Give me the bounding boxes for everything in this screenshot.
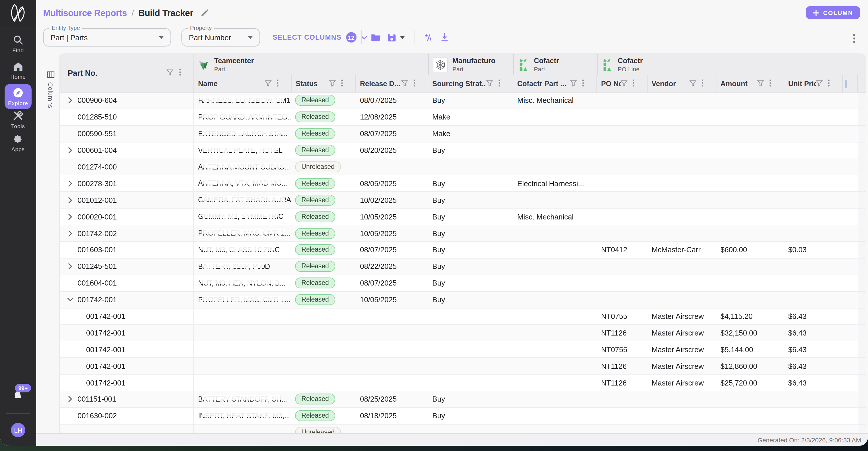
kebab-icon[interactable] (341, 78, 343, 89)
sourcing-strategy-cell: Buy (428, 192, 513, 208)
release-date-cell (356, 325, 428, 341)
expand-chevron[interactable] (68, 197, 78, 203)
table-row[interactable]: 001742-002 PROPELLER, MAS, CMR 1... Rele… (60, 225, 866, 242)
filter-icon[interactable] (620, 78, 627, 89)
redaction-overlay (202, 229, 284, 234)
column-header[interactable]: Unit Price (784, 75, 843, 92)
table-row[interactable]: 001274-000 ANTENNA MOUNT SUBAS... Unrele… (60, 159, 866, 175)
property-select[interactable]: Property Part Number (181, 28, 260, 47)
breadcrumb-parent-link[interactable]: Multisource Reports (43, 8, 127, 18)
table-row[interactable]: 001604-001 NUT, M3, HEX, NYLON, B... Rel… (60, 275, 866, 292)
expand-chevron[interactable] (68, 97, 78, 104)
table-row[interactable]: 001285-510 PROP GUARD, ARM INTEG... Rele… (60, 109, 866, 126)
status-cell (291, 325, 356, 341)
kebab-icon[interactable] (828, 78, 830, 89)
group-header-cofactr-part: Cofactr Part (513, 54, 597, 75)
release-date-cell (356, 342, 428, 358)
filter-icon[interactable] (401, 78, 408, 89)
amount-cell (716, 391, 784, 407)
kebab-icon[interactable] (582, 78, 584, 89)
filter-icon[interactable] (265, 78, 271, 89)
expand-chevron[interactable] (68, 214, 78, 220)
column-header[interactable]: Vendor (648, 75, 716, 92)
sidebar-item-home[interactable]: Home (0, 61, 36, 80)
table-row[interactable]: 000900-604 HARNESS, LONGBOW, SM1 Release… (60, 92, 866, 109)
column-header[interactable]: PO No. (597, 75, 648, 92)
column-header-row: Name Status Release D... Sourcing Strat.… (194, 75, 866, 92)
expand-chevron[interactable] (68, 396, 78, 402)
table-row[interactable]: 001245-501 BATTERY, 6S6P, P50D Released … (60, 258, 866, 275)
kebab-icon[interactable] (769, 78, 771, 89)
table-row[interactable]: 001742-001 NT0755 Master Airscrew $5,144… (60, 342, 866, 358)
vendor-cell (648, 275, 716, 291)
sidebar: Find Home Explore (0, 0, 36, 446)
notifications-button[interactable]: 99+ (0, 384, 36, 409)
save-options-caret-icon[interactable] (400, 36, 405, 39)
filter-icon[interactable] (166, 68, 173, 78)
table-row[interactable]: 001630-002 INSERT, HEAT STAKE, M3,... Re… (60, 408, 866, 425)
table-row[interactable]: 001742-001 NT1126 Master Airscrew $25,72… (60, 374, 866, 391)
status-cell: Released (291, 192, 356, 208)
table-row[interactable]: 001742-001 PROPELLER, MAS, CMR 1... Rele… (60, 291, 866, 308)
kebab-icon[interactable] (701, 78, 703, 89)
add-column-button[interactable]: COLUMN (806, 6, 860, 19)
part-cell: 001012-001 (60, 192, 194, 208)
table-row[interactable]: 001603-001 NUT, M3, CLASS 10 ZINC Releas… (60, 242, 866, 258)
table-row[interactable]: 001742-001 NT0755 Master Airscrew $4,115… (60, 308, 866, 325)
expand-chevron[interactable] (68, 297, 78, 303)
part-number: 001285-510 (78, 113, 117, 121)
kebab-icon[interactable] (413, 78, 415, 89)
kebab-icon[interactable] (632, 78, 634, 89)
column-resize-handle[interactable] (845, 80, 847, 88)
status-cell: Released (291, 391, 356, 407)
kebab-icon[interactable] (179, 68, 181, 78)
save-report-button[interactable] (388, 33, 405, 41)
sidebar-item-apps[interactable]: Apps (0, 133, 36, 152)
table-row[interactable]: 001012-001 CAMERA, FAT SHARK AURA Releas… (60, 192, 866, 209)
save-icon (388, 33, 396, 41)
table-row[interactable]: 000020-001 GUMMY, M3, SYMMETRIC Released… (60, 208, 866, 225)
table-row[interactable]: 001742-001 NT1126 Master Airscrew $12,86… (60, 358, 866, 375)
kebab-icon[interactable] (498, 78, 500, 89)
sidebar-item-tools[interactable]: Tools (0, 110, 36, 129)
spacer-cell (843, 92, 858, 109)
filter-icon[interactable] (689, 78, 696, 89)
edit-title-button[interactable] (200, 9, 208, 17)
table-row[interactable]: Unreleased (60, 425, 866, 433)
app-logo[interactable] (0, 0, 36, 26)
filter-icon[interactable] (815, 78, 823, 89)
open-report-button[interactable] (371, 33, 381, 41)
filter-icon[interactable] (486, 78, 493, 89)
sidebar-item-find[interactable]: Find (0, 34, 36, 53)
release-date-cell (356, 374, 428, 391)
toolbar-kebab-menu[interactable] (853, 34, 856, 46)
column-header[interactable]: Amount (716, 75, 784, 92)
auto-format-button[interactable] (424, 32, 433, 42)
filter-icon[interactable] (570, 78, 577, 89)
kebab-icon[interactable] (276, 78, 278, 89)
download-button[interactable] (440, 33, 449, 42)
table-row[interactable]: 001151-001 BATTERY STANDOFF, SH... Relea… (60, 391, 866, 408)
columns-panel-tab[interactable]: Columns (43, 71, 58, 108)
expand-chevron[interactable] (68, 147, 78, 153)
table-row[interactable]: 000601-004 VERTICAL PLATE, HOTEL Release… (60, 142, 866, 159)
filter-icon[interactable] (329, 78, 336, 89)
select-columns-button[interactable]: SELECT COLUMNS 12 (273, 26, 367, 49)
expand-chevron[interactable] (68, 230, 78, 236)
part-no-column-header[interactable]: Part No. (60, 54, 194, 92)
table-row[interactable]: 000278-301 ANTENNA, VTX, MAD MO... Relea… (60, 175, 866, 192)
amount-cell (716, 109, 784, 125)
column-header[interactable]: Name (194, 75, 291, 92)
expand-chevron[interactable] (68, 263, 78, 270)
table-row[interactable]: 001742-001 NT1126 Master Airscrew $32,15… (60, 325, 866, 342)
table-row[interactable]: 000590-551 EXTENDED LAUNCH STA... Releas… (60, 126, 866, 142)
entity-type-select[interactable]: Entity Type Part | Parts (43, 28, 171, 47)
expand-chevron[interactable] (68, 180, 78, 187)
filter-icon[interactable] (757, 78, 764, 89)
column-header[interactable]: Status (291, 75, 356, 92)
column-header[interactable]: Cofactr Part ... (513, 75, 597, 92)
sidebar-item-explore[interactable]: Explore (5, 84, 32, 109)
column-header[interactable]: Sourcing Strat... (428, 75, 513, 92)
avatar[interactable]: LH (11, 423, 25, 437)
column-header[interactable]: Release D... (356, 75, 428, 92)
